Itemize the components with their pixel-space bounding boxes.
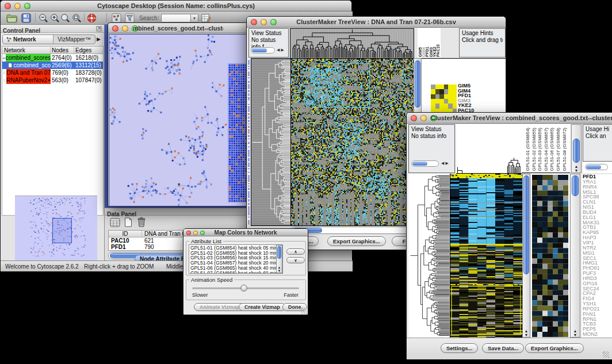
minimize-icon[interactable] [122, 25, 128, 32]
move-up-button[interactable]: ∧ [286, 248, 305, 255]
usage-hints-title: Usage Hints [462, 30, 503, 37]
new-document-icon[interactable] [124, 217, 132, 227]
global-heatmap-canvas[interactable] [450, 174, 522, 338]
gene-label[interactable]: MON2 [583, 332, 612, 337]
tab-more-button[interactable]: ▶ [97, 36, 101, 42]
save-data-button[interactable]: Save Data... [482, 343, 524, 353]
network-window-titlebar[interactable]: combined_scores_good.txt--cluste... [108, 23, 248, 33]
filter-icon[interactable] [125, 13, 135, 23]
table-row[interactable]: RNAPuberNov2+ 563(0) 107847(0) [2, 76, 103, 84]
column-label: GPL51-08 (GSM872) [562, 128, 568, 171]
attribute-listbox: GPL51-01 (GSM854) heat shock 05 minGPL51… [189, 244, 283, 274]
view-status-scrollbar[interactable] [411, 160, 439, 167]
attribute-item[interactable]: GPL51-07 (GSM868) heat shock 60 min [190, 271, 281, 274]
genelist-vscrollbar[interactable]: ▲▼ [570, 174, 580, 338]
tab-network[interactable]: Network [3, 35, 53, 44]
resize-grip[interactable] [603, 351, 609, 358]
attribute-item[interactable]: GPL51-03 (GSM856) heat shock 15 min [190, 255, 281, 260]
speed-slider-thumb[interactable] [240, 285, 247, 292]
zoom-window-icon[interactable] [200, 231, 205, 235]
float-panel-icon[interactable] [96, 26, 102, 32]
table-row[interactable]: combined_scores 2764(0) 16218(0) [2, 54, 103, 62]
zoom-out-icon[interactable] [39, 13, 48, 23]
col-header-network[interactable]: Network [2, 47, 51, 53]
create-vizmap-button[interactable]: Create Vizmap [239, 303, 286, 311]
main-titlebar[interactable]: Cytoscape Desktop (Session Name: collins… [1, 1, 351, 12]
main-window-title: Cytoscape Desktop (Session Name: collins… [26, 1, 326, 11]
zoom-fit-icon[interactable] [72, 13, 82, 23]
heatmap-canvas[interactable] [290, 58, 414, 226]
save-icon[interactable] [21, 13, 31, 23]
open-folder-icon[interactable] [6, 13, 17, 23]
column-dendrogram-canvas[interactable] [290, 28, 414, 59]
attribute-editor-icon[interactable] [201, 13, 212, 23]
scroll-up-arrow[interactable]: ▲ [571, 329, 580, 333]
faster-label: Faster [284, 292, 299, 298]
scroll-arrows[interactable]: ◀▶ [441, 160, 450, 166]
zoom-heatmap-canvas[interactable] [531, 174, 569, 338]
move-down-button[interactable]: ∨ [286, 257, 305, 263]
export-graphics-button[interactable]: Export Graphics... [525, 343, 584, 353]
status-pan-hint: Middle- [166, 263, 185, 270]
scroll-arrows[interactable]: ◀▶ [277, 47, 285, 53]
table-row[interactable]: DNA and Tran 07 769(0) 183728(0) [2, 69, 103, 76]
desktop: Cytoscape Desktop (Session Name: collins… [0, 0, 612, 364]
attribute-item[interactable]: GPL51-06 (GSM865) heat shock 40 min [190, 266, 281, 271]
table-row-selected[interactable]: combined_sco 2569(6) 13112(15) [2, 62, 103, 69]
tab-vizmapper[interactable]: VizMapper™ [53, 35, 95, 44]
network-overview-thumbnail[interactable] [15, 196, 97, 261]
minimize-icon[interactable] [193, 231, 198, 235]
matrix-cell [439, 94, 444, 99]
similarity-matrix[interactable] [431, 85, 457, 113]
table-icon[interactable] [110, 218, 120, 227]
zoom-selected-icon[interactable] [60, 13, 70, 23]
export-graphics-button[interactable]: Export Graphics... [327, 236, 386, 246]
scroll-down-arrow[interactable]: ▼ [277, 269, 282, 273]
column-dendrogram-canvas[interactable] [456, 124, 522, 174]
close-icon[interactable] [411, 115, 417, 121]
minimize-icon[interactable] [420, 115, 427, 121]
heatmap-hscrollbar[interactable] [290, 227, 414, 234]
close-icon[interactable] [186, 231, 191, 235]
usage-hints-scrollbar[interactable] [585, 164, 608, 170]
scroll-up-arrow[interactable]: ▲ [523, 329, 530, 333]
matrix-cell [448, 94, 453, 99]
attribute-item[interactable]: GPL51-02 (GSM855) heat shock 10 min [190, 251, 281, 256]
search-input[interactable] [161, 14, 191, 22]
search-dropdown-button[interactable]: ▼ [191, 14, 198, 22]
network-view-canvas[interactable] [109, 34, 248, 206]
col-header-id[interactable]: ID [109, 231, 142, 237]
matrix-cell [431, 94, 435, 99]
matrix-cell [453, 89, 457, 94]
row-dendrogram-canvas[interactable] [251, 58, 291, 226]
close-icon[interactable] [5, 3, 11, 9]
attribute-item[interactable]: GPL51-04 (GSM857) heat shock 20 min [190, 260, 281, 266]
matrix-cell [435, 99, 440, 104]
zoom-in-icon[interactable] [50, 13, 60, 23]
minimize-icon[interactable] [261, 19, 267, 25]
delete-trash-icon[interactable] [137, 217, 146, 227]
scroll-up-arrow[interactable]: ▲ [572, 164, 581, 168]
col-header-edges[interactable]: Edges [74, 47, 103, 53]
heatmap-vscrollbar[interactable]: ▲▼ [522, 174, 530, 338]
close-icon[interactable] [251, 19, 257, 25]
labels-vscrollbar[interactable]: ▲▼ [571, 124, 582, 173]
attribute-list-vscrollbar[interactable]: ▲▼ [276, 245, 282, 273]
animate-vizmap-button[interactable]: Animate Vizmap [194, 303, 245, 311]
close-icon[interactable] [112, 25, 118, 32]
minimize-icon[interactable] [14, 3, 21, 9]
view-status-scrollbar[interactable] [251, 47, 275, 53]
col-header-nodes[interactable]: Nodes [51, 47, 74, 53]
settings-button[interactable]: Settings... [441, 343, 478, 353]
dialog-titlebar[interactable]: Map Colors to Network [183, 229, 308, 236]
scroll-down-arrow[interactable]: ▼ [571, 333, 580, 337]
treeview1-titlebar[interactable]: ClusterMaker TreeView : DNA and Tran 07-… [247, 17, 506, 28]
treeview2-titlebar[interactable]: ClusterMaker TreeView : combined_scores_… [407, 113, 612, 124]
row-dendrogram-canvas[interactable] [408, 174, 450, 338]
attribute-item[interactable]: GPL51-01 (GSM854) heat shock 05 min [190, 246, 281, 251]
help-lifering-icon[interactable] [87, 13, 97, 23]
scroll-down-arrow[interactable]: ▼ [523, 333, 530, 337]
resize-grip[interactable] [301, 308, 307, 314]
node-attributes-icon[interactable] [112, 13, 121, 23]
scroll-down-arrow[interactable]: ▼ [572, 168, 581, 173]
